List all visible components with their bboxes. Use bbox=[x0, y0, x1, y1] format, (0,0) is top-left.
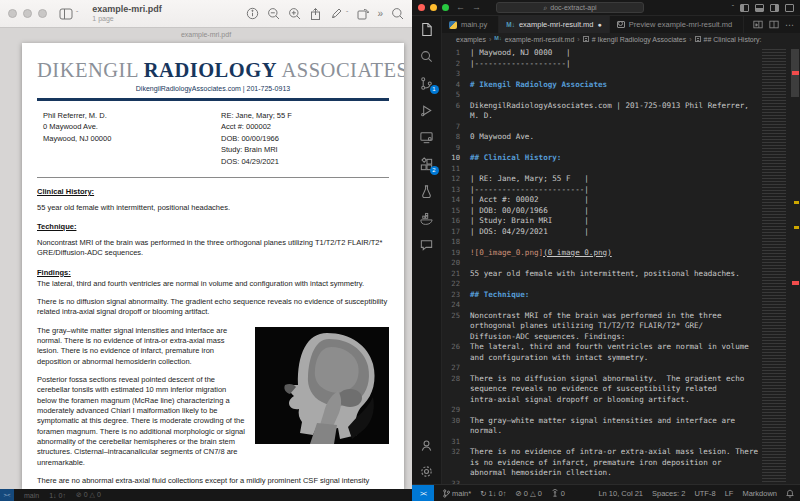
editor-line[interactable]: normal. bbox=[442, 426, 758, 437]
editor-line[interactable]: 33 bbox=[442, 479, 758, 485]
editor-line[interactable]: 23 ## Technique: bbox=[442, 290, 758, 301]
editor-line[interactable]: 3 bbox=[442, 69, 758, 80]
editor-line[interactable]: 1 | Maywood, NJ 0000 | bbox=[442, 48, 758, 59]
editor-line[interactable]: 14 | Acct #: 00002 | bbox=[442, 195, 758, 206]
ports-status[interactable]: 0 bbox=[551, 489, 565, 498]
editor-line[interactable]: 7 bbox=[442, 122, 758, 133]
breadcrumb-item[interactable]: › example-mri-result.md bbox=[489, 36, 574, 43]
editor-tab[interactable]: example-mri-result.md ● bbox=[499, 16, 610, 33]
sidebar-chevron-icon[interactable]: ˇ bbox=[76, 10, 78, 17]
editor-line[interactable]: M. D. bbox=[442, 111, 758, 122]
editor-line[interactable]: Diffusion-ADC sequences. Findings: bbox=[442, 332, 758, 343]
editor-line[interactable]: abnormal hemosiderin cllection. bbox=[442, 468, 758, 479]
nav-back-icon[interactable]: ← bbox=[456, 3, 465, 12]
editor-pane[interactable]: 1 | Maywood, NJ 0000 | 2 |--------------… bbox=[442, 45, 800, 484]
extensions-icon[interactable]: 2 bbox=[418, 155, 436, 173]
editor-line[interactable]: 5 bbox=[442, 90, 758, 101]
split-editor-icon[interactable] bbox=[769, 20, 779, 29]
toolbar-overflow-icon[interactable]: » bbox=[377, 8, 383, 19]
editor-line[interactable]: 9 bbox=[442, 143, 758, 154]
editor-line[interactable]: sequence reveals no evidence of suscepti… bbox=[442, 384, 758, 395]
tab-dirty-indicator[interactable]: ● bbox=[598, 21, 602, 28]
editor-line[interactable]: 32 There is no evidence of intra-or extr… bbox=[442, 447, 758, 458]
cursor-position[interactable]: Ln 10, Col 21 bbox=[598, 489, 643, 498]
editor-line[interactable]: 2 |--------------------| bbox=[442, 59, 758, 70]
branch-status[interactable]: main* bbox=[443, 489, 471, 498]
minimap[interactable] bbox=[760, 45, 790, 484]
editor-tab[interactable]: Preview example-mri-result.md bbox=[610, 16, 744, 33]
editor-line[interactable]: 12 | RE: Jane, Mary; 55 F | bbox=[442, 174, 758, 185]
editor-line[interactable]: 20 bbox=[442, 258, 758, 269]
nav-forward-icon[interactable]: → bbox=[472, 3, 481, 12]
editor-line[interactable]: 30 The gray–white matter signal intensit… bbox=[442, 416, 758, 427]
explorer-icon[interactable] bbox=[418, 20, 436, 38]
info-icon[interactable] bbox=[246, 7, 259, 20]
encoding[interactable]: UTF-8 bbox=[694, 489, 715, 498]
editor-line[interactable]: 15 | DOB: 00/00/1966 | bbox=[442, 206, 758, 217]
editor-line[interactable]: 27 bbox=[442, 363, 758, 374]
source-control-icon[interactable]: 1 bbox=[418, 74, 436, 92]
editor-line[interactable]: and configuration with intact symmetry. bbox=[442, 353, 758, 364]
run-debug-icon[interactable] bbox=[418, 101, 436, 119]
editor-scrollbar[interactable] bbox=[790, 45, 800, 484]
indentation[interactable]: Spaces: 2 bbox=[652, 489, 685, 498]
search-icon[interactable] bbox=[418, 47, 436, 65]
window-controls[interactable] bbox=[8, 9, 47, 18]
problems-status[interactable]: ⊘ 0 △ 0 bbox=[515, 489, 541, 498]
breadcrumb-item[interactable]: examples bbox=[450, 36, 486, 43]
editor-line[interactable]: 16 | Study: Brain MRI | bbox=[442, 216, 758, 227]
rotate-icon[interactable] bbox=[356, 7, 369, 20]
editor-line[interactable]: 13 |------------------------| bbox=[442, 185, 758, 196]
editor-line[interactable]: 8 0 Maywood Ave. bbox=[442, 132, 758, 143]
editor-line[interactable]: 25 Noncontrast MRI of the brain was perf… bbox=[442, 311, 758, 322]
editor-line[interactable]: 11 bbox=[442, 164, 758, 175]
customize-layout-icon[interactable] bbox=[785, 4, 794, 12]
editor-line[interactable]: 22 bbox=[442, 279, 758, 290]
chat-icon[interactable] bbox=[418, 236, 436, 254]
zoom-out-icon[interactable] bbox=[267, 7, 280, 20]
window-controls[interactable] bbox=[418, 4, 449, 11]
breadcrumb-item[interactable]: › ## Clinical History: bbox=[689, 36, 761, 43]
editor-tab[interactable]: main.py bbox=[442, 16, 499, 33]
editor-line[interactable]: 28 There is no diffusion signal abnormal… bbox=[442, 374, 758, 385]
eol-sequence[interactable]: LF bbox=[725, 489, 734, 498]
markup-pencil-icon[interactable] bbox=[330, 7, 343, 20]
editor-line[interactable]: 21 55 year old female with intermittent,… bbox=[442, 269, 758, 280]
language-mode[interactable]: Markdown bbox=[742, 489, 777, 498]
command-center-search[interactable]: ⌕ doc-extract-api bbox=[496, 2, 644, 13]
open-preview-side-icon[interactable] bbox=[753, 20, 763, 29]
editor-line[interactable]: 26 The lateral, third and fourth ventric… bbox=[442, 342, 758, 353]
sync-status[interactable]: ↻ 1↓ 0↑ bbox=[480, 489, 506, 498]
share-icon[interactable] bbox=[309, 7, 322, 21]
search-icon[interactable] bbox=[391, 7, 404, 20]
editor-line[interactable]: 4 # Ikengil Radiology Associates bbox=[442, 80, 758, 91]
settings-gear-icon[interactable] bbox=[418, 462, 436, 480]
letterhead-title: DIKENGIL RADIOLOGY ASSOCIATES bbox=[37, 59, 389, 82]
editor-line[interactable]: 6 DikengilRadiologyAssociates.com | 201-… bbox=[442, 101, 758, 112]
editor-line[interactable]: 19 ![0_image_0.png] (0_image_0.png) bbox=[442, 248, 758, 259]
editor-line[interactable]: intra-axial signal dropoff or blooming a… bbox=[442, 395, 758, 406]
remote-explorer-icon[interactable] bbox=[418, 128, 436, 146]
notifications-bell-icon[interactable] bbox=[786, 489, 794, 498]
editor-line[interactable]: 29 bbox=[442, 405, 758, 416]
markup-chevron-icon[interactable]: ˇ bbox=[346, 10, 348, 17]
editor-line[interactable]: 10 ## Clinical History: bbox=[442, 153, 758, 164]
toggle-sidebar-icon[interactable] bbox=[740, 4, 749, 12]
remote-indicator[interactable]: >< bbox=[412, 485, 434, 501]
toggle-panel-icon[interactable] bbox=[755, 4, 764, 12]
editor-line[interactable]: 31 bbox=[442, 437, 758, 448]
tab-overflow-icon[interactable]: ⋯ bbox=[785, 20, 794, 30]
editor-line[interactable]: is no evidence of infarct, premature iro… bbox=[442, 458, 758, 469]
testing-icon[interactable] bbox=[418, 182, 436, 200]
sidebar-toggle-icon[interactable] bbox=[59, 8, 73, 20]
editor-line[interactable]: 18 bbox=[442, 237, 758, 248]
editor-line[interactable]: 24 bbox=[442, 300, 758, 311]
accounts-icon[interactable] bbox=[418, 436, 436, 454]
editor-line[interactable]: orthogonal planes utilizing T1/T2/T2 FLA… bbox=[442, 321, 758, 332]
editor-line[interactable]: 17 | DOS: 04/29/2021 | bbox=[442, 227, 758, 238]
breadcrumb-item[interactable]: › # Ikengil Radiology Associates bbox=[577, 36, 686, 43]
zoom-in-icon[interactable] bbox=[288, 7, 301, 20]
toggle-secondary-sidebar-icon[interactable] bbox=[770, 4, 779, 12]
docker-icon[interactable] bbox=[418, 209, 436, 227]
copilot-menu-icon[interactable]: ˇ bbox=[732, 4, 734, 11]
